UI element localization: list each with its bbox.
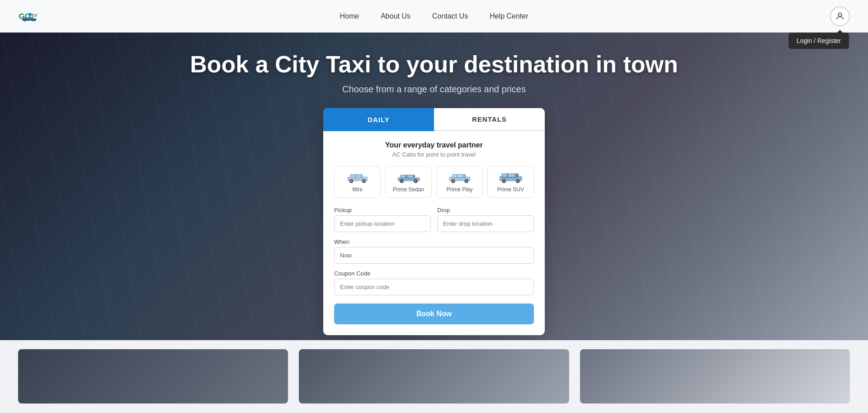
- svg-point-15: [363, 180, 364, 182]
- logo-icon: GO EV: [18, 11, 42, 21]
- prime-play-car-icon: [447, 171, 472, 184]
- car-option-prime-play[interactable]: Prime Play: [436, 166, 483, 198]
- prime-play-label: Prime Play: [446, 186, 472, 193]
- travel-partner-title: Your everyday travel partner: [334, 141, 534, 149]
- bottom-card-2: [299, 349, 569, 404]
- coupon-input[interactable]: [334, 279, 534, 295]
- coupon-label: Coupon Code: [334, 270, 534, 277]
- svg-rect-4: [24, 17, 33, 19]
- svg-point-6: [24, 20, 25, 21]
- hero-section: Book a City Taxi to your destination in …: [0, 33, 868, 340]
- booking-tabs: DAILY RENTALS: [323, 108, 545, 131]
- navbar: GO EV Home About Us Contact Us Help Cent…: [0, 0, 868, 33]
- svg-rect-25: [407, 176, 413, 178]
- svg-rect-24: [401, 176, 406, 178]
- svg-text:EV: EV: [31, 13, 37, 18]
- svg-rect-33: [458, 175, 462, 177]
- svg-rect-41: [508, 174, 514, 177]
- user-profile-button[interactable]: Login / Register: [830, 6, 850, 26]
- bottom-card-1: [18, 349, 288, 404]
- when-input[interactable]: [334, 247, 534, 264]
- svg-point-23: [415, 180, 416, 182]
- hero-subtitle: Choose from a range of categories and pr…: [342, 84, 526, 95]
- when-label: When: [334, 238, 534, 245]
- nav-right: Login / Register: [830, 6, 850, 26]
- pickup-drop-row: Pickup Drop: [334, 207, 534, 232]
- mini-label: Mini: [352, 186, 362, 193]
- nav-help[interactable]: Help Center: [490, 12, 528, 20]
- pickup-input[interactable]: [334, 215, 431, 232]
- booking-card: DAILY RENTALS Your everyday travel partn…: [323, 108, 545, 335]
- drop-label: Drop: [437, 207, 534, 214]
- svg-rect-16: [350, 175, 355, 177]
- pickup-label: Pickup: [334, 207, 431, 214]
- car-option-prime-sedan[interactable]: Prime Sedan: [385, 166, 432, 198]
- svg-point-9: [838, 13, 841, 16]
- svg-point-8: [33, 20, 34, 21]
- book-now-button[interactable]: Book Now: [334, 304, 534, 324]
- travel-partner-sub: AC Cabs for point to point travel: [334, 151, 534, 158]
- car-option-mini[interactable]: Mini: [334, 166, 381, 198]
- prime-suv-car-icon: [498, 171, 524, 184]
- drop-input[interactable]: [437, 215, 534, 232]
- coupon-group: Coupon Code: [334, 270, 534, 295]
- prime-suv-label: Prime SUV: [497, 186, 524, 193]
- svg-rect-17: [356, 175, 361, 177]
- tab-daily[interactable]: DAILY: [323, 108, 434, 131]
- svg-point-29: [452, 180, 454, 182]
- prime-sedan-label: Prime Sedan: [393, 186, 424, 193]
- svg-point-21: [401, 180, 402, 182]
- logo[interactable]: GO EV: [18, 11, 42, 21]
- hero-content: Book a City Taxi to your destination in …: [0, 33, 868, 335]
- when-group: When: [334, 238, 534, 264]
- svg-point-37: [503, 180, 505, 182]
- bottom-card-3: [580, 349, 850, 404]
- nav-home[interactable]: Home: [340, 12, 359, 20]
- svg-point-13: [350, 180, 352, 182]
- nav-links: Home About Us Contact Us Help Center: [340, 12, 528, 20]
- svg-point-31: [465, 180, 467, 182]
- mini-car-icon: [345, 171, 370, 184]
- drop-group: Drop: [437, 207, 534, 232]
- tab-rentals[interactable]: RENTALS: [434, 108, 545, 131]
- user-icon: [835, 11, 845, 21]
- svg-rect-40: [502, 174, 507, 177]
- hero-title: Book a City Taxi to your destination in …: [190, 51, 678, 78]
- nav-about[interactable]: About Us: [381, 12, 410, 20]
- nav-contact[interactable]: Contact Us: [432, 12, 468, 20]
- svg-rect-32: [452, 175, 456, 177]
- booking-card-body: Your everyday travel partner AC Cabs for…: [323, 131, 545, 335]
- svg-point-39: [517, 180, 519, 182]
- pickup-group: Pickup: [334, 207, 431, 232]
- login-tooltip[interactable]: Login / Register: [788, 33, 849, 49]
- car-options: Mini Prim: [334, 166, 534, 198]
- prime-sedan-car-icon: [396, 171, 421, 184]
- car-option-prime-suv[interactable]: Prime SUV: [487, 166, 534, 198]
- bottom-section: [0, 340, 868, 413]
